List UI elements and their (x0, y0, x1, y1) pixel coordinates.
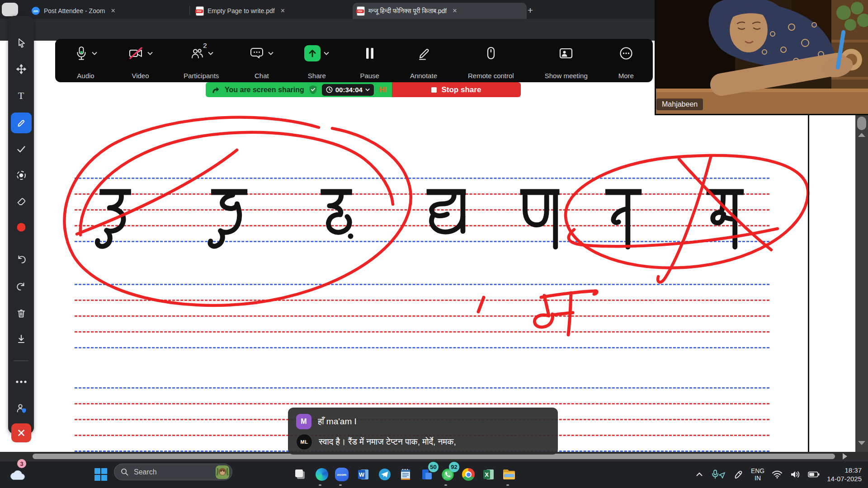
toolbar-label: Share (308, 72, 326, 80)
eraser-tool[interactable] (12, 192, 30, 210)
remote-control-control[interactable]: Remote control (468, 42, 514, 80)
scroll-up-arrow[interactable] (858, 133, 865, 137)
taskbar-search-box[interactable]: Search (114, 464, 232, 480)
new-tab-button[interactable]: + (524, 4, 537, 17)
redo-button[interactable] (12, 277, 30, 295)
participants-count-badge: 2 (203, 42, 207, 49)
pdf-favicon: PDF (357, 7, 364, 15)
task-view-icon[interactable] (292, 466, 308, 483)
chat-notification-overlay[interactable]: M हाँ ma'am I ML स्वाद है। रैंड में नमाज… (288, 408, 558, 455)
sidebar-divider (14, 361, 28, 361)
tab-title: Empty Page to write.pdf (208, 7, 275, 14)
file-explorer-icon[interactable] (501, 466, 517, 483)
text-tool[interactable]: T (12, 87, 30, 105)
share-arrow-icon (211, 86, 220, 94)
chrome-icon[interactable] (460, 466, 476, 483)
save-download-icon (19, 335, 24, 343)
toolbar-label: Annotate (410, 72, 437, 80)
annotate-control[interactable]: Annotate (410, 42, 437, 80)
chat-control[interactable]: Chat (250, 42, 274, 80)
battery-icon[interactable] (808, 471, 820, 478)
word-icon[interactable]: W (355, 466, 372, 483)
letter-nya (421, 186, 472, 255)
close-annotation-button[interactable] (11, 423, 31, 442)
text-tool-icon: T (18, 90, 24, 102)
scroll-right-arrow[interactable] (843, 453, 847, 460)
stop-share-button[interactable]: Stop share (392, 82, 521, 97)
video-control[interactable]: Video (128, 42, 153, 80)
tab-close-icon[interactable]: × (109, 7, 117, 15)
volume-icon[interactable] (790, 470, 801, 479)
tab-zoom-post-attendee[interactable]: zm Post Attendee - Zoom × (27, 3, 197, 19)
mic-in-use-location-icon[interactable] (710, 469, 726, 479)
toolbar-label: Remote control (468, 72, 514, 80)
chat-avatar: ML (296, 434, 312, 450)
annotation-toolbar: T (8, 16, 34, 434)
select-tool[interactable] (12, 34, 30, 52)
audio-control[interactable]: Audio (74, 42, 97, 80)
check-icon (18, 147, 24, 152)
window-corner-shape (2, 3, 18, 16)
widgets-weather-icon[interactable] (9, 467, 25, 483)
spotlight-tool[interactable] (12, 166, 30, 184)
timer-text: 00:34:04 (335, 86, 363, 94)
chevron-down-icon[interactable] (92, 52, 97, 55)
chevron-down-icon[interactable] (147, 52, 153, 55)
more-control[interactable]: More (618, 42, 634, 80)
participant-video-feed (656, 0, 868, 114)
tab-close-icon[interactable]: × (279, 7, 287, 15)
tab-close-icon[interactable]: × (451, 7, 458, 15)
interpretation-language-badge[interactable]: HI (379, 86, 387, 94)
show-meeting-control[interactable]: Show meeting (545, 42, 588, 80)
pause-share-control[interactable]: Pause (360, 42, 379, 80)
tab-divider (189, 6, 190, 15)
scroll-down-arrow[interactable] (858, 441, 865, 445)
chevron-down-icon[interactable] (208, 52, 213, 55)
vertical-scrollbar[interactable] (855, 114, 868, 453)
more-tools-button[interactable] (12, 373, 30, 391)
tab-empty-page-pdf[interactable]: PDF Empty Page to write.pdf × (192, 3, 358, 19)
participant-security-button[interactable] (12, 399, 30, 417)
widgets-badge: 3 (17, 459, 26, 468)
telegram-icon[interactable] (377, 466, 393, 483)
edge-browser-icon[interactable] (314, 466, 330, 483)
pen-tray-icon[interactable] (733, 469, 744, 480)
letter-nna (514, 186, 565, 255)
svg-text:X: X (485, 471, 489, 478)
language-indicator[interactable]: ENG IN (751, 467, 764, 482)
draw-tool-active[interactable] (11, 113, 32, 133)
share-control[interactable]: Share (304, 42, 329, 80)
zoom-meeting-toolbar: Audio Video 2 (55, 39, 653, 82)
tray-expand-chevron-icon[interactable] (696, 472, 703, 477)
zoom-favicon: zm (32, 7, 40, 15)
letter-ma (700, 186, 750, 255)
stamp-tool[interactable] (12, 140, 30, 158)
search-highlight-monkey-image (216, 465, 229, 479)
tab-title: मन्जू हिन्दी फोनिक्स पूरी किताब.pdf (368, 7, 447, 15)
color-picker-red[interactable] (12, 218, 30, 236)
chevron-down-icon[interactable] (324, 52, 329, 55)
move-tool[interactable] (12, 60, 30, 78)
chevron-down-icon[interactable] (268, 52, 274, 55)
participant-video-tile[interactable] (655, 0, 868, 115)
svg-text:W: W (359, 471, 365, 478)
sharing-timer[interactable]: 00:34:04 (322, 84, 374, 96)
excel-icon[interactable]: X (481, 466, 497, 483)
clear-all-button[interactable] (12, 304, 30, 322)
undo-button[interactable] (12, 250, 30, 268)
save-annotation-button[interactable] (12, 330, 30, 348)
vertical-scrollbar-thumb[interactable] (857, 117, 866, 130)
guide-line-red (75, 315, 769, 317)
participants-control[interactable]: 2 Participants (184, 42, 219, 80)
tab-hindi-phonics-pdf[interactable]: PDF मन्जू हिन्दी फोनिक्स पूरी किताब.pdf … (353, 3, 527, 19)
tray-clock[interactable]: 18:37 14-07-2025 (827, 466, 862, 483)
tray-time: 18:37 (827, 466, 862, 475)
wifi-icon[interactable] (772, 470, 783, 479)
mouse-icon (484, 46, 498, 61)
notepad-icon[interactable] (397, 466, 414, 483)
microphone-icon (74, 46, 89, 61)
camera-off-icon (128, 46, 144, 61)
zoom-app-icon[interactable]: zoom (334, 466, 350, 483)
start-button[interactable] (93, 466, 109, 483)
screen: zm Post Attendee - Zoom × PDF Empty Page… (0, 0, 868, 488)
